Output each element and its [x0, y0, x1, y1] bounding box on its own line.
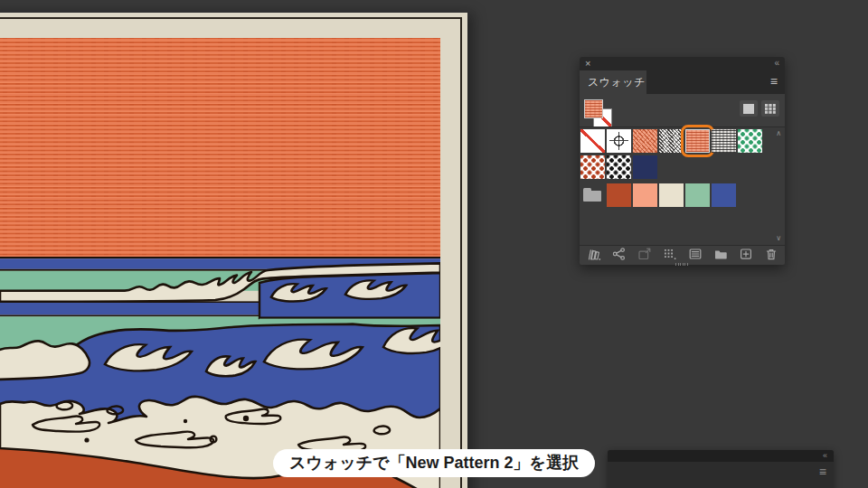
swatch-dots[interactable] [580, 155, 605, 179]
swatch-libraries-menu-button[interactable] [586, 247, 601, 262]
swatch-hatch-dark[interactable] [659, 129, 684, 153]
swatch-row [580, 129, 785, 153]
swatch-folder [580, 183, 605, 207]
grid-view-button[interactable] [761, 100, 779, 117]
collapse-icon[interactable]: « [774, 57, 778, 70]
delete-swatch-button[interactable] [763, 247, 778, 262]
view-toggle-group [740, 100, 779, 117]
swatch-registration[interactable] [607, 129, 631, 153]
swatch-new-pattern-2[interactable] [685, 129, 710, 153]
swatch-none[interactable] [580, 129, 605, 153]
new-swatch-button[interactable] [738, 247, 753, 262]
swatches-panel: × « スウォッチ ≡ ∧ ∨ [580, 57, 785, 265]
caption-pill: スウォッチで「New Pattern 2」を選択 [273, 449, 595, 477]
scroll-up-icon[interactable]: ∧ [776, 130, 781, 137]
add-from-library-icon [637, 247, 652, 261]
swatch-grid [580, 129, 785, 207]
swatch-kinds-menu-button[interactable] [662, 247, 677, 262]
new-color-group-button[interactable] [712, 247, 728, 262]
swatch-solid[interactable] [633, 155, 657, 179]
panel-resize-grip[interactable] [675, 263, 690, 266]
cc-library-button[interactable] [611, 247, 627, 262]
list-view-icon [743, 104, 754, 114]
swatch-solid[interactable] [685, 183, 710, 207]
cc-library-icon [612, 247, 627, 261]
swatch-row [580, 183, 785, 207]
artboard-poster [0, 13, 467, 488]
swatch-options-icon [688, 247, 703, 261]
swatch-libraries-icon [587, 247, 601, 261]
panel-toolbar [580, 246, 785, 262]
panel-body: ∧ ∨ [580, 94, 785, 265]
close-icon[interactable]: × [585, 57, 590, 70]
fill-proxy-pattern[interactable] [584, 99, 603, 118]
grid-view-icon [765, 104, 776, 114]
tab-swatches[interactable]: スウォッチ [580, 70, 646, 94]
swatch-solid[interactable] [659, 183, 684, 207]
swatch-solid[interactable] [607, 183, 631, 207]
swatch-hatch-coral[interactable] [633, 129, 657, 153]
wave-illustration [0, 38, 440, 488]
swatch-solid[interactable] [712, 183, 736, 207]
swatch-lines-dark[interactable] [712, 129, 736, 153]
bottom-panel: « ≡ [608, 450, 834, 488]
swatch-list: ∧ ∨ [580, 127, 785, 246]
list-view-button[interactable] [740, 100, 758, 117]
swatch-kinds-icon [663, 247, 677, 261]
bottom-panel-titlebar: « [608, 450, 834, 462]
collapse-icon[interactable]: « [823, 450, 826, 462]
scroll-down-icon[interactable]: ∨ [776, 235, 781, 242]
illustrator-workspace: × « スウォッチ ≡ ∧ ∨ [0, 0, 868, 488]
swatch-dots[interactable] [738, 129, 762, 153]
new-swatch-icon [739, 247, 753, 261]
new-color-group-icon [713, 247, 728, 261]
panel-menu-icon[interactable]: ≡ [770, 74, 778, 89]
swatch-row [580, 155, 785, 179]
swatch-options-button[interactable] [687, 247, 703, 262]
fill-stroke-proxy[interactable] [584, 99, 615, 130]
delete-swatch-icon [764, 247, 778, 261]
swatch-solid[interactable] [633, 183, 657, 207]
panel-menu-icon[interactable]: ≡ [819, 465, 826, 479]
add-from-library-button [637, 247, 652, 262]
sky-striped-pattern [0, 38, 440, 258]
swatch-dots[interactable] [607, 155, 631, 179]
panel-tab-row: スウォッチ ≡ [580, 70, 785, 94]
panel-titlebar: × « [580, 57, 785, 70]
